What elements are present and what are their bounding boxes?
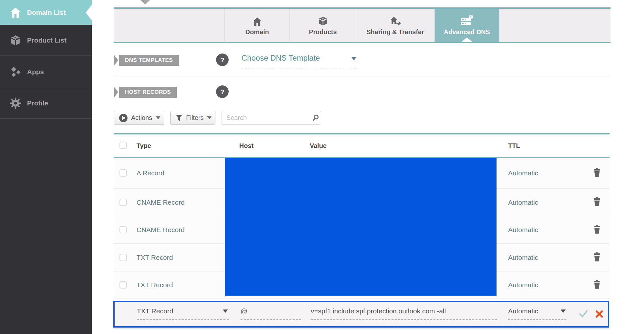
edit-value-text: v=spf1 include:spf.protection.outlook.co… — [311, 307, 446, 315]
trash-icon[interactable] — [593, 280, 601, 290]
column-header-value: Value — [310, 142, 327, 150]
edit-ttl-value: Automatic — [508, 307, 538, 315]
box-icon — [9, 35, 22, 46]
house-transfer-icon — [390, 15, 401, 26]
tab-sharing-transfer[interactable]: Sharing & Transfer — [356, 9, 434, 42]
house-icon — [252, 15, 262, 26]
actions-button[interactable]: Actions — [114, 111, 164, 125]
domain-selector-arrow-icon — [140, 0, 150, 5]
sidebar-item-label: Domain List — [27, 9, 66, 16]
sidebar-item-domain-list[interactable]: Domain List — [0, 0, 92, 25]
tab-label: Advanced DNS — [444, 28, 490, 36]
select-all-checkbox[interactable] — [119, 142, 127, 149]
chevron-down-icon — [156, 116, 160, 119]
sidebar-item-label: Product List — [27, 36, 67, 44]
trash-icon[interactable] — [593, 225, 601, 235]
search-box — [222, 111, 321, 125]
actions-button-label: Actions — [131, 114, 152, 122]
tab-label: Products — [309, 28, 337, 36]
domain-tabbar: Domain Products Sharing & Transfer — [114, 7, 611, 43]
record-ttl: Automatic — [508, 226, 538, 234]
trash-icon[interactable] — [593, 168, 601, 178]
search-input[interactable] — [226, 114, 312, 122]
host-records-badge: HOST RECORDS — [114, 87, 177, 98]
column-header-ttl: TTL — [508, 142, 520, 150]
advanced-dns-page: Domain List Product List Apps — [0, 0, 644, 334]
record-type: A Record — [137, 169, 164, 177]
badge-label: HOST RECORDS — [119, 87, 177, 98]
table-header-row: Type Host Value TTL — [114, 134, 610, 157]
row-checkbox[interactable] — [119, 199, 127, 206]
chevron-down-icon — [223, 309, 228, 313]
filters-button[interactable]: Filters — [170, 111, 215, 125]
server-gear-icon — [460, 15, 473, 26]
dns-template-select-value: Choose DNS Template — [242, 54, 320, 62]
edit-type-select[interactable]: TXT Record — [137, 307, 229, 320]
dns-templates-badge: DNS TEMPLATES — [114, 55, 179, 66]
record-type: TXT Record — [137, 254, 173, 261]
sidebar-item-profile[interactable]: Profile — [0, 88, 92, 119]
tab-label: Sharing & Transfer — [366, 28, 424, 36]
tab-label: Domain — [245, 28, 269, 36]
record-ttl: Automatic — [508, 254, 538, 261]
record-type: TXT Record — [137, 281, 173, 289]
edit-host-input[interactable]: @ — [241, 307, 301, 320]
record-edit-row: TXT Record @ v=spf1 include:spf.protecti… — [113, 301, 609, 328]
filters-button-label: Filters — [186, 114, 204, 122]
sidebar: Domain List Product List Apps — [0, 0, 92, 334]
record-ttl: Automatic — [508, 281, 538, 289]
cancel-record-button[interactable] — [595, 310, 603, 319]
record-type: CNAME Record — [137, 199, 185, 206]
record-ttl: Automatic — [508, 169, 538, 177]
trash-icon[interactable] — [593, 197, 601, 208]
gear-icon — [9, 98, 22, 109]
row-checkbox[interactable] — [119, 226, 127, 233]
chevron-down-icon — [561, 309, 566, 313]
active-item-notch-icon — [86, 5, 92, 20]
funnel-icon — [175, 114, 183, 122]
record-ttl: Automatic — [508, 199, 538, 206]
row-checkbox[interactable] — [119, 254, 127, 261]
host-records-help-button[interactable]: ? — [216, 85, 229, 98]
sidebar-item-label: Apps — [27, 68, 44, 76]
sidebar-item-label: Profile — [27, 99, 48, 107]
edit-value-input[interactable]: v=spf1 include:spf.protection.outlook.co… — [311, 307, 497, 320]
badge-label: DNS TEMPLATES — [119, 55, 179, 66]
tab-domain[interactable]: Domain — [224, 9, 289, 42]
tab-products[interactable]: Products — [289, 9, 356, 42]
badge-chevron-icon — [114, 55, 118, 66]
dns-templates-help-button[interactable]: ? — [216, 54, 229, 66]
save-record-button[interactable] — [578, 309, 589, 319]
tab-advanced-dns[interactable]: Advanced DNS — [434, 9, 499, 42]
chevron-down-icon — [351, 57, 357, 60]
play-circle-icon — [119, 114, 128, 122]
row-checkbox[interactable] — [119, 169, 127, 177]
section-divider — [114, 76, 610, 76]
edit-type-value: TXT Record — [137, 307, 173, 315]
edit-ttl-select[interactable]: Automatic — [508, 307, 566, 320]
redaction-overlay — [225, 158, 497, 296]
apps-icon — [9, 66, 22, 77]
question-mark-icon: ? — [220, 56, 224, 64]
search-icon[interactable] — [312, 114, 319, 122]
trash-icon[interactable] — [593, 252, 601, 263]
sidebar-item-product-list[interactable]: Product List — [0, 25, 92, 56]
column-header-type: Type — [137, 142, 151, 150]
record-type: CNAME Record — [137, 226, 185, 234]
row-checkbox[interactable] — [119, 281, 127, 289]
house-icon — [9, 7, 22, 18]
chevron-down-icon — [207, 116, 212, 119]
edit-host-value: @ — [241, 307, 247, 315]
active-tab-notch-icon — [461, 37, 472, 42]
sidebar-item-apps[interactable]: Apps — [0, 56, 92, 88]
column-header-host: Host — [239, 142, 253, 150]
dns-template-select[interactable]: Choose DNS Template — [242, 54, 358, 68]
question-mark-icon: ? — [220, 88, 224, 96]
package-icon — [318, 15, 328, 26]
badge-chevron-icon — [114, 87, 118, 98]
